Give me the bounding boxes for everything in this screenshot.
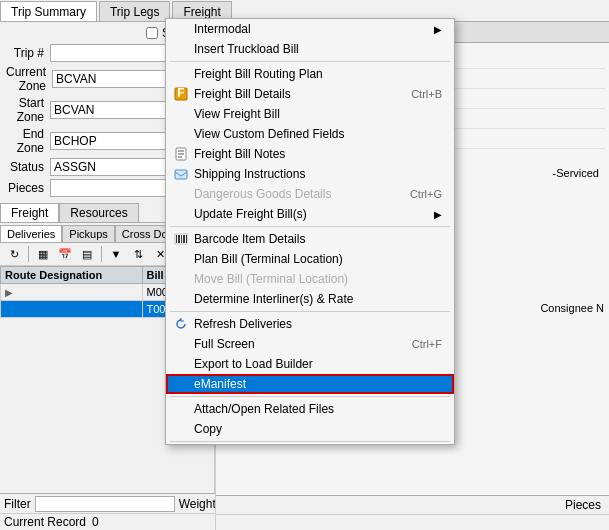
svg-rect-12 bbox=[186, 235, 187, 243]
menu-item-move-bill-label: Move Bill (Terminal Location) bbox=[194, 272, 348, 286]
menu-item-fb-notes-label: Freight Bill Notes bbox=[194, 147, 285, 161]
menu-separator-1 bbox=[170, 61, 450, 62]
menu-item-custom-fields[interactable]: View Custom Defined Fields bbox=[166, 124, 454, 144]
menu-item-update-fb-label: Update Freight Bill(s) bbox=[194, 207, 307, 221]
menu-item-barcode-label: Barcode Item Details bbox=[194, 232, 305, 246]
context-menu: Intermodal ▶ Insert Truckload Bill Freig… bbox=[165, 18, 455, 445]
menu-item-export-load[interactable]: Export to Load Builder bbox=[166, 354, 454, 374]
menu-item-fb-notes[interactable]: Freight Bill Notes bbox=[166, 144, 454, 164]
menu-item-fb-details[interactable]: F Freight Bill Details Ctrl+B bbox=[166, 84, 454, 104]
menu-item-refresh-label: Refresh Deliveries bbox=[194, 317, 292, 331]
menu-item-insert-truckload[interactable]: Insert Truckload Bill bbox=[166, 39, 454, 59]
menu-item-attach-files[interactable]: Attach/Open Related Files bbox=[166, 399, 454, 419]
svg-rect-9 bbox=[178, 235, 180, 243]
fb-details-shortcut: Ctrl+B bbox=[411, 88, 442, 100]
menu-separator-4 bbox=[170, 396, 450, 397]
menu-item-routing-plan-label: Freight Bill Routing Plan bbox=[194, 67, 323, 81]
menu-separator-2 bbox=[170, 226, 450, 227]
menu-arrow-intermodal: ▶ bbox=[434, 24, 442, 35]
menu-item-routing-plan[interactable]: Freight Bill Routing Plan bbox=[166, 64, 454, 84]
context-menu-overlay[interactable]: Intermodal ▶ Insert Truckload Bill Freig… bbox=[0, 0, 609, 530]
shipping-icon bbox=[172, 165, 190, 183]
menu-item-move-bill: Move Bill (Terminal Location) bbox=[166, 269, 454, 289]
app-container: Trip Summary Trip Legs Freight Show All … bbox=[0, 0, 609, 530]
menu-item-intermodal-label: Intermodal bbox=[194, 22, 251, 36]
menu-separator-5 bbox=[170, 441, 450, 442]
menu-item-view-fb-label: View Freight Bill bbox=[194, 107, 280, 121]
svg-text:F: F bbox=[177, 87, 184, 100]
menu-separator-3 bbox=[170, 311, 450, 312]
menu-item-attach-files-label: Attach/Open Related Files bbox=[194, 402, 334, 416]
svg-rect-8 bbox=[176, 235, 177, 243]
menu-item-plan-bill-label: Plan Bill (Terminal Location) bbox=[194, 252, 343, 266]
menu-item-view-fb[interactable]: View Freight Bill bbox=[166, 104, 454, 124]
notes-icon bbox=[172, 145, 190, 163]
menu-item-insert-truckload-label: Insert Truckload Bill bbox=[194, 42, 299, 56]
update-fb-arrow: ▶ bbox=[434, 209, 442, 220]
menu-item-full-screen[interactable]: Full Screen Ctrl+F bbox=[166, 334, 454, 354]
menu-item-barcode[interactable]: Barcode Item Details bbox=[166, 229, 454, 249]
menu-item-copy-label: Copy bbox=[194, 422, 222, 436]
menu-item-plan-bill[interactable]: Plan Bill (Terminal Location) bbox=[166, 249, 454, 269]
menu-item-emanifest[interactable]: eManifest bbox=[166, 374, 454, 394]
menu-item-update-fb[interactable]: Update Freight Bill(s) ▶ bbox=[166, 204, 454, 224]
refresh-icon bbox=[172, 315, 190, 333]
svg-rect-10 bbox=[181, 235, 182, 243]
menu-item-dangerous-goods-label: Dangerous Goods Details bbox=[194, 187, 331, 201]
dangerous-goods-shortcut: Ctrl+G bbox=[410, 188, 442, 200]
menu-item-emanifest-label: eManifest bbox=[194, 377, 246, 391]
fb-details-icon: F bbox=[172, 85, 190, 103]
menu-item-custom-fields-label: View Custom Defined Fields bbox=[194, 127, 345, 141]
full-screen-shortcut: Ctrl+F bbox=[412, 338, 442, 350]
menu-item-intermodal[interactable]: Intermodal ▶ bbox=[166, 19, 454, 39]
menu-item-full-screen-label: Full Screen bbox=[194, 337, 255, 351]
menu-item-shipping-label: Shipping Instructions bbox=[194, 167, 305, 181]
menu-item-dangerous-goods: Dangerous Goods Details Ctrl+G bbox=[166, 184, 454, 204]
menu-item-shipping[interactable]: Shipping Instructions bbox=[166, 164, 454, 184]
menu-item-refresh[interactable]: Refresh Deliveries bbox=[166, 314, 454, 334]
svg-rect-6 bbox=[175, 170, 187, 179]
svg-rect-11 bbox=[183, 235, 185, 243]
menu-item-interliner[interactable]: Determine Interliner(s) & Rate bbox=[166, 289, 454, 309]
barcode-icon bbox=[172, 230, 190, 248]
menu-item-export-load-label: Export to Load Builder bbox=[194, 357, 313, 371]
menu-item-copy[interactable]: Copy bbox=[166, 419, 454, 439]
menu-item-interliner-label: Determine Interliner(s) & Rate bbox=[194, 292, 353, 306]
menu-item-fb-details-label: Freight Bill Details bbox=[194, 87, 291, 101]
